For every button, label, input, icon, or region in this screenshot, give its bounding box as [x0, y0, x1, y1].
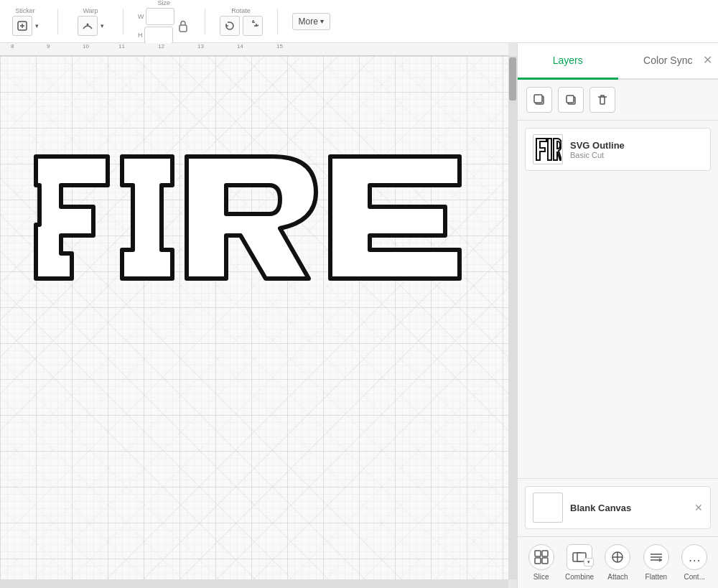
warp-dropdown[interactable]: ▾ — [101, 22, 104, 29]
duplicate-layer-button[interactable] — [526, 87, 552, 113]
grid-canvas[interactable] — [0, 56, 508, 579]
copy-layer-button[interactable] — [558, 87, 584, 113]
panel-actions: Slice ▾ Combine — [518, 536, 718, 588]
canvas-area[interactable]: 8 9 10 11 12 13 14 15 — [0, 43, 517, 588]
warp-label: Warp — [83, 7, 98, 14]
main-area: 8 9 10 11 12 13 14 15 — [0, 43, 718, 588]
flatten-button[interactable]: Flatten — [640, 544, 672, 581]
sticker-label: Sticker — [15, 7, 35, 14]
slice-label: Slice — [533, 573, 549, 581]
svg-rect-9 — [535, 558, 541, 564]
svg-rect-8 — [542, 551, 548, 556]
cont-icon: … — [681, 544, 707, 570]
right-panel: Layers Color Sync ✕ — [517, 43, 718, 588]
scrollbar-thumb-v[interactable] — [509, 57, 516, 101]
size-section: Size W H — [138, 0, 190, 44]
blank-canvas-close-button[interactable]: ✕ — [694, 502, 703, 513]
sticker-section: Sticker ▾ — [7, 7, 43, 36]
svg-rect-6 — [567, 95, 574, 103]
sticker-dropdown[interactable]: ▾ — [35, 22, 39, 29]
scrollbar-horizontal[interactable] — [0, 579, 508, 588]
panel-toolbar — [518, 80, 718, 121]
size-label: Size — [157, 0, 170, 6]
panel-close-button[interactable]: ✕ — [703, 53, 712, 67]
layers-list: SVG Outline Basic Cut — [518, 121, 718, 307]
scrollbar-vertical[interactable] — [508, 56, 517, 579]
ruler-mark-15: 15 — [276, 43, 283, 50]
combine-dropdown-icon[interactable]: ▾ — [584, 558, 594, 566]
sticker-button[interactable] — [12, 16, 32, 36]
fire-text-container — [22, 142, 474, 293]
ruler-horizontal: 8 9 10 11 12 13 14 15 — [0, 43, 508, 56]
layer-thumbnail — [533, 134, 563, 164]
layer-name: SVG Outline — [570, 140, 703, 151]
blank-canvas-item[interactable]: Blank Canvas ✕ — [525, 486, 711, 529]
ruler-mark-10: 10 — [83, 43, 89, 50]
blank-canvas-thumbnail — [533, 493, 563, 523]
blank-canvas-label: Blank Canvas — [570, 503, 631, 513]
combine-button[interactable]: ▾ Combine — [564, 544, 595, 581]
cont-label: Cont... — [684, 573, 705, 581]
ruler-mark-11: 11 — [118, 43, 125, 50]
layer-info: SVG Outline Basic Cut — [570, 140, 703, 159]
warp-section: Warp ▾ — [73, 7, 108, 36]
svg-rect-4 — [534, 95, 542, 103]
layer-item-svg-outline[interactable]: SVG Outline Basic Cut — [525, 128, 711, 171]
height-input[interactable] — [144, 27, 173, 44]
rotate-left-button[interactable] — [220, 16, 240, 36]
attach-label: Attach — [607, 573, 628, 581]
ruler-mark-12: 12 — [158, 43, 164, 50]
ruler-mark-9: 9 — [47, 43, 50, 50]
width-input[interactable] — [146, 8, 174, 25]
panel-spacer — [518, 307, 718, 478]
cont-button[interactable]: … Cont... — [679, 544, 710, 581]
lock-proportions-button[interactable] — [176, 19, 190, 32]
ruler-mark-8: 8 — [11, 43, 14, 50]
svg-rect-10 — [542, 558, 548, 564]
slice-button[interactable]: Slice — [526, 544, 557, 581]
svg-point-1 — [86, 23, 88, 25]
blank-canvas-section: Blank Canvas ✕ — [518, 478, 718, 536]
attach-icon — [605, 544, 630, 570]
combine-label: Combine — [565, 573, 594, 581]
flatten-icon — [643, 544, 669, 570]
layer-type: Basic Cut — [570, 151, 703, 159]
delete-layer-button[interactable] — [589, 87, 615, 113]
flatten-label: Flatten — [645, 573, 668, 581]
ruler-mark-13: 13 — [197, 43, 204, 50]
tab-layers[interactable]: Layers — [518, 43, 618, 80]
fire-svg — [22, 142, 474, 293]
attach-button[interactable]: Attach — [602, 544, 633, 581]
ruler-mark-14: 14 — [237, 43, 243, 50]
warp-button[interactable] — [78, 16, 98, 36]
slice-icon — [528, 544, 554, 570]
more-button[interactable]: More ▾ — [292, 13, 330, 30]
panel-tabs: Layers Color Sync ✕ — [518, 43, 718, 80]
rotate-right-button[interactable] — [243, 16, 263, 36]
toolbar: Sticker ▾ Warp ▾ Size — [0, 0, 718, 43]
svg-rect-2 — [180, 25, 187, 32]
svg-rect-7 — [535, 551, 541, 556]
rotate-section: Rotate — [220, 7, 263, 36]
rotate-label: Rotate — [231, 7, 251, 14]
